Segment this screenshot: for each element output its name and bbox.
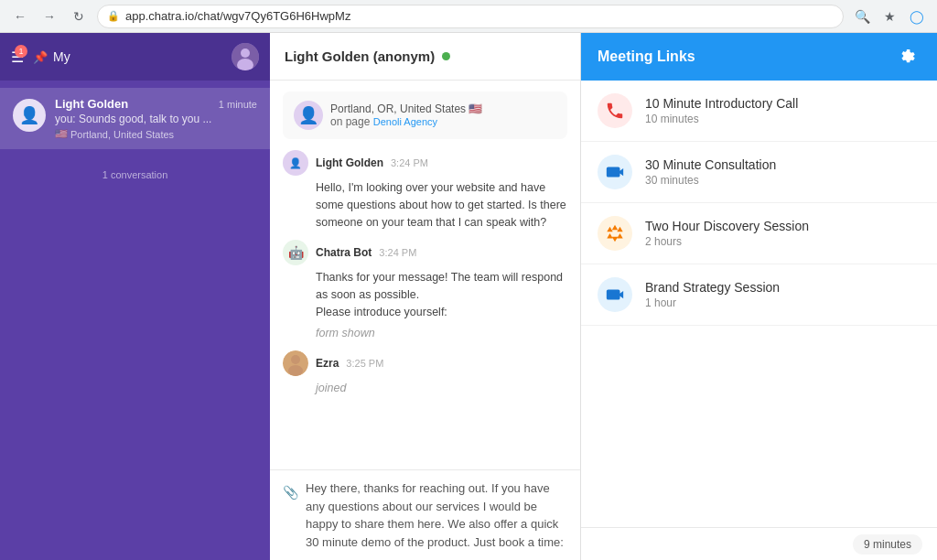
message-group-1: 👤 Light Golden 3:24 PM Hello, I'm lookin… bbox=[283, 150, 567, 231]
conv-preview: you: Sounds good, talk to you ... bbox=[55, 113, 257, 125]
url-text: app.chatra.io/chat/wgv7Qy6TG6H6HwpMz bbox=[125, 9, 350, 23]
meeting-name-0: 10 Minute Introductory Call bbox=[645, 96, 921, 111]
msg-body-3: joined bbox=[316, 380, 567, 397]
conversation-item[interactable]: 👤 Light Golden 1 minute you: Sounds good… bbox=[0, 88, 270, 149]
notification-badge: 1 bbox=[15, 45, 27, 58]
msg-body-2: Thanks for your message! The team will r… bbox=[316, 269, 567, 320]
user-icon: 👤 bbox=[289, 157, 302, 169]
conversation-list: 👤 Light Golden 1 minute you: Sounds good… bbox=[0, 81, 270, 156]
meeting-duration-2: 2 hours bbox=[645, 235, 921, 248]
page-link[interactable]: Denoli Agency bbox=[373, 116, 437, 127]
meeting-name-3: Brand Strategy Session bbox=[645, 280, 921, 295]
message-group-3: Ezra 3:25 PM joined bbox=[283, 350, 567, 397]
conversations-count-label: 1 conversation bbox=[0, 156, 270, 193]
pin-icon: 📌 bbox=[33, 50, 48, 64]
bottom-bar: 9 minutes bbox=[581, 527, 937, 560]
chat-messages: 👤 Portland, OR, United States 🇺🇸 on page… bbox=[270, 81, 580, 469]
menu-button[interactable]: ☰ 1 bbox=[11, 48, 24, 66]
msg-avatar-bot: 🤖 bbox=[283, 240, 308, 265]
visitor-location: Portland, OR, United States 🇺🇸 bbox=[330, 102, 482, 115]
composer-text[interactable]: Hey there, thanks for reaching out. If y… bbox=[306, 479, 567, 551]
meeting-duration-3: 1 hour bbox=[645, 296, 921, 309]
meeting-item-2[interactable]: Two Hour Discovery Session 2 hours bbox=[581, 203, 937, 264]
forward-button[interactable]: → bbox=[38, 5, 60, 27]
sidebar-header: ☰ 1 📌 My bbox=[0, 33, 270, 81]
meeting-item-1[interactable]: 30 Minute Consultation 30 minutes bbox=[581, 142, 937, 203]
search-browser-button[interactable]: 🔍 bbox=[851, 5, 873, 27]
svg-point-4 bbox=[291, 355, 300, 364]
msg-sender-3: Ezra bbox=[316, 357, 339, 370]
visitor-avatar-small: 👤 bbox=[294, 101, 323, 130]
meeting-list: 10 Minute Introductory Call 10 minutes 3… bbox=[581, 81, 937, 527]
conv-name: Light Golden bbox=[55, 97, 128, 111]
svg-point-5 bbox=[288, 365, 303, 376]
attachment-icon[interactable]: 📎 bbox=[283, 485, 298, 500]
visitor-location-info: Portland, OR, United States 🇺🇸 on page D… bbox=[330, 102, 482, 128]
meeting-item-3[interactable]: Brand Strategy Session 1 hour bbox=[581, 264, 937, 326]
meeting-icon-zoom-2 bbox=[598, 277, 632, 312]
lock-icon: 🔒 bbox=[107, 10, 120, 22]
back-button[interactable]: ← bbox=[9, 5, 31, 27]
meeting-panel-wrapper: Meeting Links 10 Minute Intro bbox=[581, 33, 937, 560]
msg-header-2: 🤖 Chatra Bot 3:24 PM bbox=[283, 240, 567, 265]
browser-chrome: ← → ↻ 🔒 app.chatra.io/chat/wgv7Qy6TG6H6H… bbox=[0, 0, 937, 33]
meeting-icon-zoom-1 bbox=[598, 155, 632, 189]
sidebar-title: 📌 My bbox=[33, 49, 222, 64]
meeting-name-2: Two Hour Discovery Session bbox=[645, 219, 921, 233]
conversation-avatar: 👤 bbox=[13, 99, 46, 132]
msg-header-3: Ezra 3:25 PM bbox=[283, 350, 567, 376]
refresh-button[interactable]: ↻ bbox=[68, 5, 90, 27]
person-icon: 👤 bbox=[298, 105, 318, 125]
settings-button[interactable] bbox=[893, 43, 921, 70]
meeting-duration-1: 30 minutes bbox=[645, 174, 921, 187]
meeting-info-2: Two Hour Discovery Session 2 hours bbox=[645, 219, 921, 248]
svg-point-1 bbox=[241, 48, 250, 58]
bookmark-button[interactable]: ★ bbox=[878, 5, 900, 27]
agent-avatar bbox=[232, 43, 259, 70]
msg-time-1: 3:24 PM bbox=[391, 157, 428, 168]
bot-icon: 🤖 bbox=[288, 245, 304, 260]
conv-location: 🇺🇸 Portland, United States bbox=[55, 128, 257, 140]
chat-composer[interactable]: 📎 Hey there, thanks for reaching out. If… bbox=[270, 469, 580, 560]
meeting-info-0: 10 Minute Introductory Call 10 minutes bbox=[645, 96, 921, 125]
msg-avatar-ezra bbox=[283, 350, 308, 376]
msg-form-shown: form shown bbox=[316, 325, 567, 342]
sidebar: ☰ 1 📌 My 👤 bbox=[0, 33, 270, 560]
msg-header-1: 👤 Light Golden 3:24 PM bbox=[283, 150, 567, 176]
msg-avatar-lightgolden: 👤 bbox=[283, 150, 308, 176]
reload-indicator-button[interactable]: ◯ bbox=[906, 5, 928, 27]
visitor-info-card: 👤 Portland, OR, United States 🇺🇸 on page… bbox=[283, 92, 567, 139]
message-group-2: 🤖 Chatra Bot 3:24 PM Thanks for your mes… bbox=[283, 240, 567, 341]
msg-time-2: 3:24 PM bbox=[379, 247, 416, 258]
meeting-info-3: Brand Strategy Session 1 hour bbox=[645, 280, 921, 309]
meeting-item-0[interactable]: 10 Minute Introductory Call 10 minutes bbox=[581, 81, 937, 142]
msg-sender-1: Light Golden bbox=[316, 156, 383, 169]
meeting-header: Meeting Links bbox=[581, 33, 937, 81]
msg-sender-2: Chatra Bot bbox=[316, 246, 372, 259]
online-status-dot bbox=[442, 52, 450, 60]
conversation-info: Light Golden 1 minute you: Sounds good, … bbox=[55, 97, 257, 140]
meeting-icon-phone bbox=[598, 93, 632, 128]
app-container: ☰ 1 📌 My 👤 bbox=[0, 33, 937, 560]
address-bar[interactable]: 🔒 app.chatra.io/chat/wgv7Qy6TG6H6HwpMz bbox=[97, 5, 844, 28]
timer-badge: 9 minutes bbox=[853, 534, 922, 555]
user-icon: 👤 bbox=[19, 105, 39, 125]
meeting-info-1: 30 Minute Consultation 30 minutes bbox=[645, 157, 921, 187]
conv-time: 1 minute bbox=[219, 99, 257, 110]
meeting-panel-title: Meeting Links bbox=[598, 48, 695, 65]
visitor-page: on page Denoli Agency bbox=[330, 115, 482, 128]
chat-visitor-name: Light Golden (anonym) bbox=[285, 48, 435, 64]
chat-panel: Light Golden (anonym) 👤 Portland, OR, Un… bbox=[270, 33, 581, 560]
meeting-duration-0: 10 minutes bbox=[645, 113, 921, 125]
msg-body-1: Hello, I'm looking over your website and… bbox=[316, 179, 567, 231]
meeting-panel: Meeting Links 10 Minute Intro bbox=[581, 33, 937, 527]
meeting-name-1: 30 Minute Consultation bbox=[645, 157, 921, 172]
chat-header: Light Golden (anonym) bbox=[270, 33, 580, 81]
msg-time-3: 3:25 PM bbox=[346, 358, 383, 369]
meeting-icon-honeycomb bbox=[598, 216, 632, 251]
